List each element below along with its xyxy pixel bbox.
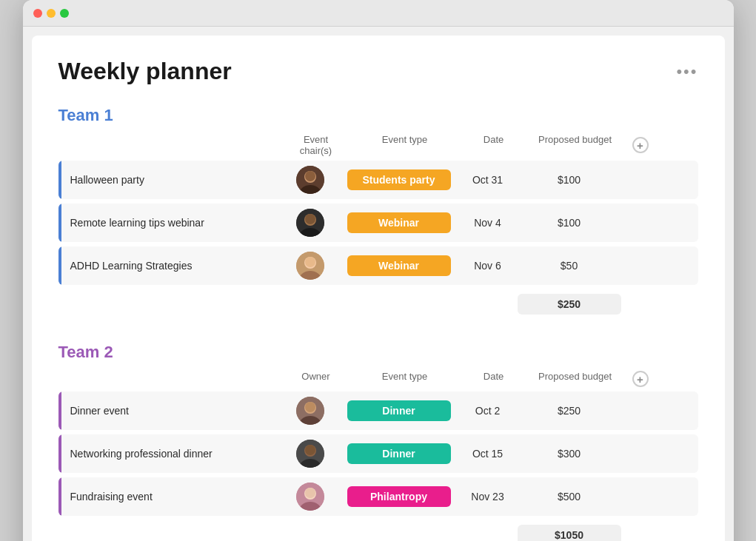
event-name: Fundraising event — [70, 491, 153, 503]
col-event-header — [64, 134, 287, 156]
row-accent-bar — [58, 246, 61, 285]
type-cell: Webinar — [340, 212, 458, 233]
event-name: ADHD Learning Strategies — [70, 260, 193, 272]
page-title: Weekly planner — [58, 58, 232, 85]
table-row: ADHD Learning Strategies — [58, 246, 698, 285]
table-row: Halloween party Stud — [58, 161, 698, 199]
more-options-button[interactable]: ••• — [676, 62, 698, 81]
type-cell: Philantropy — [340, 486, 458, 507]
titlebar — [23, 0, 734, 27]
col-event-header — [64, 371, 287, 387]
budget-cell: $250 — [518, 405, 621, 417]
avatar — [296, 440, 324, 468]
event-name-cell: Remote learning tips webinar — [58, 204, 281, 242]
row-accent-bar — [58, 477, 61, 516]
avatar — [296, 483, 324, 511]
budget-cell: $500 — [518, 491, 621, 503]
maximize-button[interactable] — [60, 9, 69, 18]
event-name-cell: Networking professional dinner — [58, 434, 281, 473]
col-chair-header: Event chair(s) — [287, 134, 346, 156]
row-accent-bar — [58, 204, 61, 242]
event-name-cell: Dinner event — [58, 392, 281, 430]
type-cell: Dinner — [340, 443, 458, 464]
event-name-cell: Halloween party — [58, 161, 281, 199]
date-cell: Oct 31 — [458, 174, 518, 186]
avatar-cell — [281, 397, 340, 425]
team2-col-headers: Owner Event type Date Proposed budget + — [58, 371, 698, 392]
type-badge: Dinner — [347, 443, 451, 464]
type-cell: Dinner — [340, 400, 458, 421]
date-cell: Nov 23 — [458, 491, 518, 503]
row-accent-bar — [58, 392, 61, 430]
team2-total-row: $1050 — [58, 520, 698, 541]
team2-title: Team 2 — [58, 343, 698, 362]
avatar-cell — [281, 252, 340, 280]
col-owner-header: Owner — [287, 371, 346, 387]
avatar — [296, 166, 324, 194]
team2-add-col: + — [627, 371, 654, 387]
type-badge: Philantropy — [347, 486, 451, 507]
avatar — [296, 209, 324, 237]
date-cell: Oct 2 — [458, 405, 518, 417]
minimize-button[interactable] — [47, 9, 56, 18]
team1-title: Team 1 — [58, 106, 698, 125]
app-window: Weekly planner ••• Team 1 Event chair(s)… — [23, 0, 734, 541]
avatar — [296, 252, 324, 280]
type-cell: Webinar — [340, 255, 458, 276]
date-cell: Oct 15 — [458, 448, 518, 460]
col-type-header: Event type — [346, 134, 464, 156]
event-name: Networking professional dinner — [70, 448, 213, 460]
event-name: Remote learning tips webinar — [70, 217, 204, 229]
row-accent-bar — [58, 434, 61, 473]
col-date-header: Date — [464, 371, 523, 387]
close-button[interactable] — [33, 9, 42, 18]
team1-add-button[interactable]: + — [632, 137, 649, 153]
team2-section: Team 2 Owner Event type Date Proposed bu… — [58, 343, 698, 541]
event-name-cell: Fundraising event — [58, 477, 281, 516]
budget-cell: $100 — [518, 217, 621, 229]
page-header: Weekly planner ••• — [58, 58, 698, 85]
table-row: Remote learning tips webinar — [58, 204, 698, 242]
col-type-header: Event type — [346, 371, 464, 387]
col-date-header: Date — [464, 134, 523, 156]
type-badge: Dinner — [347, 400, 451, 421]
type-badge: Webinar — [347, 212, 451, 233]
table-row: Dinner event Dinner — [58, 392, 698, 430]
col-budget-header: Proposed budget — [523, 371, 627, 387]
table-row: Fundraising event Ph — [58, 477, 698, 516]
avatar-cell — [281, 483, 340, 511]
type-badge: Students party — [347, 169, 451, 190]
team1-col-headers: Event chair(s) Event type Date Proposed … — [58, 134, 698, 161]
type-cell: Students party — [340, 169, 458, 190]
svg-point-3 — [305, 171, 315, 181]
svg-point-23 — [305, 488, 315, 498]
date-cell: Nov 6 — [458, 260, 518, 272]
avatar-cell — [281, 166, 340, 194]
team1-total-row: $250 — [58, 289, 698, 319]
team1-total: $250 — [518, 294, 621, 315]
avatar-cell — [281, 440, 340, 468]
svg-point-15 — [305, 402, 315, 412]
team2-table: Owner Event type Date Proposed budget + … — [58, 371, 698, 541]
avatar-cell — [281, 209, 340, 237]
budget-cell: $100 — [518, 174, 621, 186]
svg-point-19 — [305, 445, 315, 455]
svg-point-7 — [305, 214, 315, 224]
event-name-cell: ADHD Learning Strategies — [58, 246, 281, 285]
type-badge: Webinar — [347, 255, 451, 276]
team1-add-col: + — [627, 134, 654, 156]
team2-total: $1050 — [518, 525, 621, 541]
team1-table: Event chair(s) Event type Date Proposed … — [58, 134, 698, 319]
team2-add-button[interactable]: + — [632, 371, 649, 387]
budget-cell: $300 — [518, 448, 621, 460]
event-name: Halloween party — [70, 174, 144, 186]
row-accent-bar — [58, 161, 61, 199]
avatar — [296, 397, 324, 425]
main-content: Weekly planner ••• Team 1 Event chair(s)… — [32, 36, 725, 541]
svg-point-11 — [305, 257, 315, 267]
table-row: Networking professional dinner — [58, 434, 698, 473]
budget-cell: $50 — [518, 260, 621, 272]
date-cell: Nov 4 — [458, 217, 518, 229]
event-name: Dinner event — [70, 405, 129, 417]
team1-section: Team 1 Event chair(s) Event type Date Pr… — [58, 106, 698, 319]
